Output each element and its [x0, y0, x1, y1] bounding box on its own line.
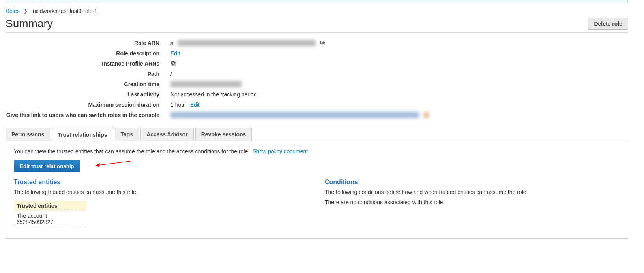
label-creation-time: Creation time: [6, 81, 159, 87]
value-last-activity: Not accessed in the tracking period: [170, 91, 628, 98]
value-creation-time: [170, 81, 628, 87]
tab-trust-relationships[interactable]: Trust relationships: [52, 128, 113, 141]
chevron-right-icon: ❯: [24, 8, 28, 14]
trusted-entities-table-header: Trusted entities: [14, 201, 86, 211]
value-role-description: Edit: [170, 50, 628, 56]
breadcrumb-current: lucidworks-test-last9-role-1: [32, 8, 97, 14]
conditions-heading: Conditions: [325, 179, 620, 186]
tab-revoke-sessions[interactable]: Revoke sessions: [195, 128, 252, 141]
tab-access-advisor[interactable]: Access Advisor: [140, 128, 194, 141]
label-max-session: Maximum session duration: [6, 102, 159, 108]
trusted-entities-table: Trusted entities The account 65284509282…: [14, 201, 309, 227]
info-banner: [6, 0, 628, 3]
edit-max-session-link[interactable]: Edit: [190, 102, 200, 108]
value-max-session: 1 hour Edit: [170, 102, 628, 108]
trust-relationships-panel: You can view the trusted entities that c…: [6, 141, 628, 239]
label-role-description: Role description: [6, 50, 159, 56]
max-session-duration-text: 1 hour: [170, 102, 186, 108]
annotation-arrow-icon: [93, 158, 132, 169]
tab-tags[interactable]: Tags: [115, 128, 139, 141]
breadcrumb: Roles ❯ lucidworks-test-last9-role-1: [6, 8, 628, 14]
value-role-arn: a: [170, 40, 628, 46]
trust-description: You can view the trusted entities that c…: [14, 148, 249, 154]
page-title: Summary: [6, 17, 53, 30]
trusted-entities-description: The following trusted entities can assum…: [14, 189, 309, 195]
label-switch-link: Give this link to users who can switch r…: [6, 112, 159, 118]
delete-role-button[interactable]: Delete role: [588, 18, 628, 30]
redacted-creation-time: [170, 81, 242, 87]
role-arn-prefix: a: [170, 40, 174, 46]
value-instance-profile: [170, 60, 628, 67]
conditions-description: The following conditions define how and …: [325, 189, 620, 195]
show-policy-document-link[interactable]: Show policy document: [253, 148, 308, 154]
label-path: Path: [6, 71, 159, 77]
label-last-activity: Last activity: [6, 91, 159, 98]
value-path: /: [170, 71, 628, 77]
trusted-entities-heading: Trusted entities: [14, 179, 309, 186]
copy-instance-profile-icon[interactable]: [170, 60, 177, 67]
breadcrumb-roles-link[interactable]: Roles: [6, 8, 20, 14]
tabs: Permissions Trust relationships Tags Acc…: [6, 128, 628, 141]
conditions-empty-text: There are no conditions associated with …: [325, 199, 620, 205]
label-role-arn: Role ARN: [6, 40, 159, 46]
trusted-entities-section: Trusted entities The following trusted e…: [14, 179, 309, 227]
redacted-switch-link: [170, 112, 419, 118]
trusted-entities-table-row: The account 652845092827: [14, 211, 86, 227]
edit-trust-relationship-button[interactable]: Edit trust relationship: [14, 160, 80, 172]
edit-description-link[interactable]: Edit: [170, 50, 180, 56]
tab-permissions[interactable]: Permissions: [6, 128, 50, 141]
role-details: Role ARN a Role description Edit Instanc…: [6, 40, 628, 118]
redacted-badge: [423, 112, 429, 118]
value-switch-link: [170, 112, 628, 118]
svg-line-4: [99, 161, 130, 165]
label-instance-profile: Instance Profile ARNs: [6, 60, 159, 67]
conditions-section: Conditions The following conditions defi…: [325, 179, 620, 227]
copy-arn-icon[interactable]: [320, 40, 326, 46]
svg-marker-5: [95, 163, 100, 167]
redacted-arn: [178, 40, 316, 46]
